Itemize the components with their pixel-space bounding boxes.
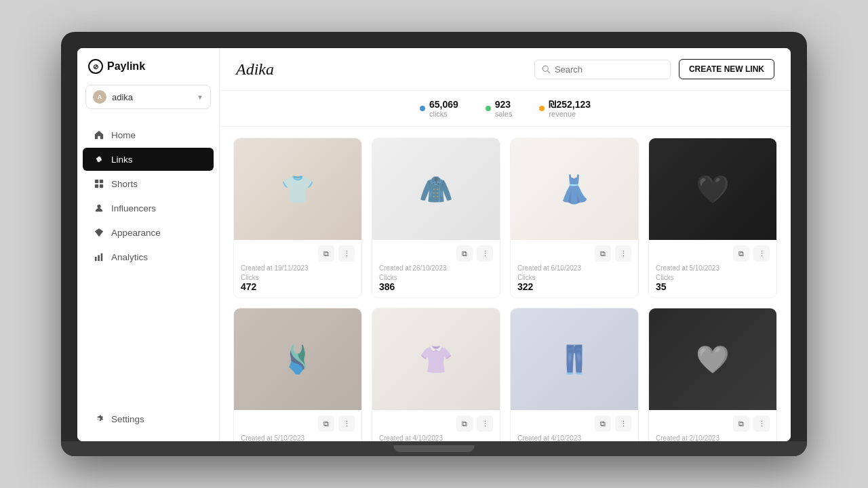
app-name: Paylink (107, 60, 145, 73)
more-options-button[interactable]: ⋮ (338, 415, 355, 432)
card-clicks-label: Clicks (656, 274, 770, 281)
stat-clicks: 65,069 clicks (420, 99, 458, 118)
card-actions: ⧉ ⋮ (517, 415, 631, 432)
card-body: ⧉ ⋮ Created at 4/10/2023 Clicks 419 (372, 410, 500, 441)
card-date: Created at 2/10/2023 (656, 434, 770, 441)
stats-bar: 65,069 clicks 923 sales ₪252,123 reven (220, 91, 791, 127)
copy-button[interactable]: ⧉ (595, 415, 611, 432)
card-figure: 🤍 (649, 308, 776, 410)
workspace-avatar: A (93, 90, 106, 104)
chart-icon (94, 251, 104, 262)
card-item: 👚 ⧉ ⋮ Created at 4/10/2023 Clicks 419 (372, 308, 500, 441)
card-actions: ⧉ ⋮ (379, 245, 493, 262)
card-item: 🖤 ⧉ ⋮ Created at 5/10/2023 Clicks 35 (648, 138, 777, 298)
card-date: Created at 6/10/2023 (517, 264, 631, 272)
brand-logo: Adika (236, 60, 274, 79)
svg-point-8 (542, 66, 548, 71)
card-actions: ⧉ ⋮ (241, 245, 355, 262)
workspace-selector[interactable]: A adika ▼ (85, 85, 211, 109)
svg-line-9 (547, 70, 550, 73)
card-figure: 👖 (511, 308, 638, 410)
card-date: Created at 19/11/2023 (241, 264, 355, 272)
grid-icon (94, 178, 104, 189)
card-date: Created at 5/10/2023 (241, 434, 355, 441)
more-options-button[interactable]: ⋮ (477, 245, 493, 262)
search-box[interactable] (534, 60, 671, 79)
card-image: 🧥 (372, 138, 500, 240)
copy-button[interactable]: ⧉ (456, 415, 473, 432)
card-body: ⧉ ⋮ Created at 6/10/2023 Clicks 322 (511, 240, 638, 298)
copy-button[interactable]: ⧉ (733, 245, 749, 262)
sidebar-item-analytics[interactable]: Analytics (83, 245, 214, 268)
more-options-button[interactable]: ⋮ (615, 415, 631, 432)
more-options-button[interactable]: ⋮ (615, 245, 631, 262)
svg-rect-3 (100, 184, 103, 188)
sales-value: 923 (495, 99, 513, 110)
laptop-frame: ⊘ Paylink A adika ▼ Home (61, 32, 807, 456)
card-body: ⧉ ⋮ Created at 5/10/2023 Clicks 253 (234, 410, 361, 441)
more-options-button[interactable]: ⋮ (338, 245, 355, 262)
copy-button[interactable]: ⧉ (456, 245, 473, 262)
card-image: 🤍 (649, 308, 776, 410)
nav-links-label: Links (111, 155, 133, 165)
revenue-dot (539, 106, 545, 111)
more-options-button[interactable]: ⋮ (753, 245, 770, 262)
revenue-value: ₪252,123 (549, 99, 591, 110)
card-figure: 👕 (234, 138, 361, 240)
laptop-screen: ⊘ Paylink A adika ▼ Home (77, 48, 791, 441)
stat-revenue: ₪252,123 revenue (539, 99, 591, 118)
more-options-button[interactable]: ⋮ (477, 415, 493, 432)
sidebar-item-settings[interactable]: Settings (83, 407, 214, 430)
card-image: 👖 (511, 308, 638, 410)
sidebar-item-influencers[interactable]: Influencers (83, 197, 214, 220)
card-date: Created at 26/10/2023 (379, 264, 493, 272)
card-actions: ⧉ ⋮ (656, 415, 770, 432)
logo-icon: ⊘ (88, 59, 103, 74)
links-grid: 👕 ⧉ ⋮ Created at 19/11/2023 Clicks 472 🧥… (233, 138, 777, 441)
clicks-value: 65,069 (429, 99, 458, 110)
card-image: 🩱 (234, 308, 361, 410)
clicks-label: clicks (429, 110, 458, 118)
copy-button[interactable]: ⧉ (318, 415, 334, 432)
svg-rect-2 (95, 184, 98, 188)
sidebar-item-home[interactable]: Home (83, 123, 214, 146)
settings-label: Settings (111, 414, 144, 424)
svg-rect-0 (95, 180, 98, 183)
create-new-link-button[interactable]: CREATE NEW LINK (679, 59, 774, 79)
card-figure: 👚 (372, 308, 500, 410)
card-body: ⧉ ⋮ Created at 26/10/2023 Clicks 386 (372, 240, 500, 298)
copy-button[interactable]: ⧉ (318, 245, 334, 262)
card-actions: ⧉ ⋮ (241, 415, 355, 432)
card-figure: 🩱 (234, 308, 361, 410)
card-date: Created at 5/10/2023 (656, 264, 770, 272)
card-image: 👕 (234, 138, 361, 240)
settings-icon (94, 413, 104, 424)
sidebar-item-shorts[interactable]: Shorts (83, 172, 214, 195)
sidebar-item-appearance[interactable]: Appearance (83, 221, 214, 244)
card-clicks-label: Clicks (517, 274, 631, 281)
svg-rect-5 (95, 257, 97, 261)
card-image: 👗 (511, 138, 638, 240)
card-body: ⧉ ⋮ Created at 5/10/2023 Clicks 35 (649, 240, 776, 298)
main-content: Adika CREATE NEW LINK (220, 48, 791, 441)
nav-analytics-label: Analytics (111, 252, 148, 262)
card-body: ⧉ ⋮ Created at 19/11/2023 Clicks 472 (234, 240, 361, 298)
more-options-button[interactable]: ⋮ (753, 415, 770, 432)
card-actions: ⧉ ⋮ (517, 245, 631, 262)
copy-button[interactable]: ⧉ (733, 415, 749, 432)
search-input[interactable] (555, 64, 663, 75)
clicks-dot (420, 106, 425, 111)
laptop-base (61, 441, 807, 456)
search-icon (542, 65, 551, 74)
copy-button[interactable]: ⧉ (595, 245, 611, 262)
sidebar-item-links[interactable]: Links (83, 148, 214, 171)
stat-sales: 923 sales (486, 99, 513, 118)
card-image: 👚 (372, 308, 500, 410)
card-body: ⧉ ⋮ Created at 4/10/2023 Clicks 418 (511, 410, 638, 441)
svg-point-4 (97, 205, 100, 208)
svg-rect-1 (100, 180, 103, 183)
card-image: 🖤 (649, 138, 776, 240)
card-actions: ⧉ ⋮ (656, 245, 770, 262)
sidebar: ⊘ Paylink A adika ▼ Home (77, 48, 220, 441)
nav-influencers-label: Influencers (111, 203, 156, 214)
